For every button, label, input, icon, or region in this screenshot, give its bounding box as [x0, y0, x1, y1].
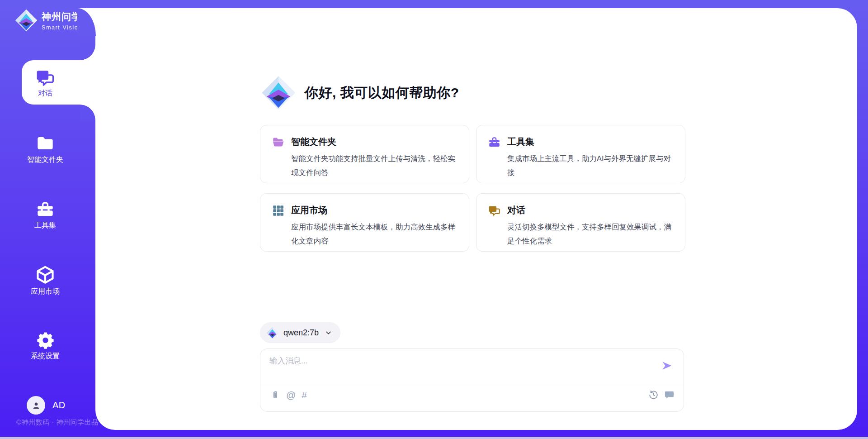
person-icon [31, 400, 42, 411]
history-button[interactable] [648, 390, 659, 400]
logo-diamond-icon [261, 76, 296, 110]
grid-icon [272, 205, 284, 217]
send-icon [661, 360, 673, 372]
sidebar-item-chat[interactable]: 对话 [22, 60, 95, 105]
card-title: 工具集 [507, 136, 672, 148]
model-selector[interactable]: qwen2:7b [260, 322, 340, 343]
app-logo: 神州问学 Smart Vision [15, 9, 82, 32]
app-title: 神州问学 [42, 10, 82, 23]
greeting-block: 你好, 我可以如何帮助你? [261, 76, 459, 110]
bottom-edge-strip [0, 437, 868, 439]
app-subtitle: Smart Vision [42, 24, 82, 31]
card-title: 对话 [507, 204, 672, 216]
card-description: 智能文件夹功能支持批量文件上传与清洗，轻松实现文件问答 [291, 152, 456, 179]
user-initials: AD [52, 400, 66, 410]
cube-icon [35, 265, 55, 285]
card-toolset[interactable]: 工具集 集成市场上主流工具，助力AI与外界无缝扩展与对接 [476, 125, 685, 183]
feature-cards: 智能文件夹 智能文件夹功能支持批量文件上传与清洗，轻松实现文件问答 工具集 集成… [260, 125, 685, 252]
sidebar-item-settings[interactable]: 系统设置 [0, 331, 90, 360]
logo-diamond-icon [266, 327, 278, 339]
toolbox-icon [488, 136, 500, 148]
message-composer: @ # [260, 348, 684, 412]
folder-icon [36, 135, 55, 153]
chat-icon [488, 205, 500, 217]
mention-icon: @ [286, 390, 296, 400]
chat-icon [36, 68, 55, 87]
history-icon [648, 390, 659, 400]
send-button[interactable] [661, 360, 673, 372]
app-root: 神州问学 Smart Vision 对话 智能文件夹 工具集 [0, 0, 868, 439]
tab-merge-curve-bottom [80, 105, 95, 120]
card-smart-folders[interactable]: 智能文件夹 智能文件夹功能支持批量文件上传与清洗，轻松实现文件问答 [260, 125, 469, 183]
toolbox-icon [36, 200, 55, 219]
sidebar: 神州问学 Smart Vision 对话 智能文件夹 工具集 [0, 0, 95, 439]
card-title: 智能文件夹 [291, 136, 456, 148]
hashtag-button[interactable]: # [302, 390, 307, 400]
model-name: qwen2:7b [283, 328, 319, 338]
conversation-button[interactable] [664, 390, 675, 400]
sidebar-item-label: 系统设置 [31, 353, 60, 360]
paperclip-icon [270, 390, 280, 401]
tab-merge-curve-top [80, 45, 95, 60]
sidebar-item-label: 智能文件夹 [27, 156, 63, 163]
card-app-market[interactable]: 应用市场 应用市场提供丰富长文本模板，助力高效生成多样化文章内容 [260, 193, 469, 252]
sidebar-item-label: 对话 [38, 90, 52, 97]
attach-file-button[interactable] [270, 390, 280, 401]
hashtag-icon: # [302, 390, 307, 400]
composer-divider [260, 384, 684, 384]
copyright-text: ©神州数码 · 神州问学出品 [16, 418, 98, 427]
sidebar-item-app-market[interactable]: 应用市场 [0, 265, 90, 295]
greeting-text: 你好, 我可以如何帮助你? [305, 84, 459, 102]
gear-icon [36, 331, 55, 349]
card-title: 应用市场 [291, 204, 456, 216]
card-description: 应用市场提供丰富长文本模板，助力高效生成多样化文章内容 [291, 220, 456, 248]
logo-diamond-icon [15, 9, 38, 32]
card-chat[interactable]: 对话 灵活切换多模型文件，支持多样回复效果调试，满足个性化需求 [476, 193, 685, 252]
folder-open-icon [272, 136, 284, 148]
chevron-down-icon [325, 329, 332, 337]
sidebar-item-smart-folders[interactable]: 智能文件夹 [0, 135, 90, 163]
card-description: 灵活切换多模型文件，支持多样回复效果调试，满足个性化需求 [507, 220, 672, 248]
user-avatar[interactable] [27, 396, 45, 415]
message-icon [664, 390, 675, 400]
sidebar-item-label: 应用市场 [31, 288, 60, 295]
sidebar-item-toolset[interactable]: 工具集 [0, 200, 90, 229]
mention-button[interactable]: @ [286, 390, 296, 400]
message-input[interactable] [269, 355, 649, 382]
sidebar-item-label: 工具集 [34, 222, 56, 229]
card-description: 集成市场上主流工具，助力AI与外界无缝扩展与对接 [507, 152, 672, 179]
